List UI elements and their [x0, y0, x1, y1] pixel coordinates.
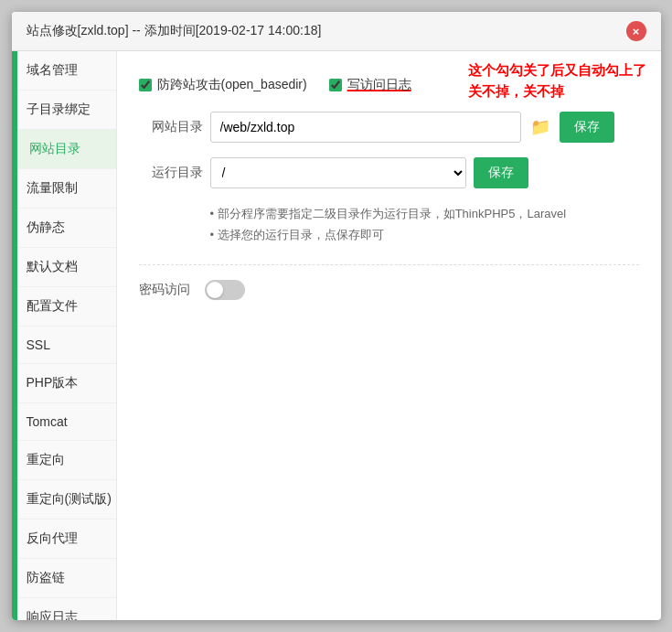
close-button[interactable]: × — [626, 21, 646, 41]
sidebar-item-5[interactable]: 默认文档 — [12, 248, 116, 287]
modal-body: 域名管理子目录绑定网站目录流量限制伪静态默认文档配置文件SSLPHP版本Tomc… — [12, 51, 661, 620]
main-content: 这个勾勾关了后又自动勾上了 关不掉，关不掉 防跨站攻击(open_basedir… — [117, 51, 661, 620]
sidebar-accent-bar — [12, 51, 17, 620]
sidebar-item-13[interactable]: 防盗链 — [12, 559, 116, 598]
sidebar-item-11[interactable]: 重定向(测试版) — [12, 480, 116, 520]
run-dir-row: 运行目录 / /web /public /app 保存 — [139, 157, 639, 188]
hints: 部分程序需要指定二级目录作为运行目录，如ThinkPHP5，Laravel 选择… — [210, 203, 639, 246]
password-access-label: 密码访问 — [139, 282, 190, 298]
annotation-line2: 关不掉，关不掉 — [468, 83, 564, 99]
sidebar: 域名管理子目录绑定网站目录流量限制伪静态默认文档配置文件SSLPHP版本Tomc… — [12, 51, 117, 620]
hint-2: 选择您的运行目录，点保存即可 — [210, 224, 639, 245]
run-dir-label: 运行目录 — [139, 165, 203, 181]
modal-title: 站点修改[zxld.top] -- 添加时间[2019-02-17 14:00:… — [27, 23, 322, 39]
sidebar-item-9[interactable]: Tomcat — [12, 403, 116, 441]
password-access-toggle[interactable] — [205, 280, 245, 300]
sidebar-item-0[interactable]: 域名管理 — [12, 51, 116, 91]
access-log-label: 写访问日志 — [347, 77, 411, 93]
website-dir-label: 网站目录 — [139, 119, 203, 135]
sidebar-item-1[interactable]: 子目录绑定 — [12, 91, 116, 130]
website-dir-save-button[interactable]: 保存 — [560, 112, 614, 143]
sidebar-item-7[interactable]: SSL — [12, 327, 116, 364]
annotation: 这个勾勾关了后又自动勾上了 关不掉，关不掉 — [468, 60, 646, 102]
sidebar-item-12[interactable]: 反向代理 — [12, 520, 116, 559]
sidebar-item-6[interactable]: 配置文件 — [12, 287, 116, 327]
sidebar-item-4[interactable]: 伪静态 — [12, 209, 116, 248]
folder-icon[interactable]: 📁 — [530, 117, 550, 137]
access-log-checkbox[interactable] — [329, 79, 342, 91]
run-dir-select[interactable]: / /web /public /app — [210, 157, 466, 188]
website-dir-input[interactable] — [210, 112, 521, 143]
sidebar-item-8[interactable]: PHP版本 — [12, 364, 116, 403]
sidebar-item-3[interactable]: 流量限制 — [12, 169, 116, 209]
modal-overlay: 站点修改[zxld.top] -- 添加时间[2019-02-17 14:00:… — [0, 0, 672, 632]
hint-1: 部分程序需要指定二级目录作为运行目录，如ThinkPHP5，Laravel — [210, 203, 639, 224]
divider — [139, 264, 639, 265]
modal-header: 站点修改[zxld.top] -- 添加时间[2019-02-17 14:00:… — [12, 12, 661, 51]
access-log-checkbox-label[interactable]: 写访问日志 — [329, 77, 411, 93]
anti-hotlink-label: 防跨站攻击(open_basedir) — [157, 77, 307, 93]
annotation-line1: 这个勾勾关了后又自动勾上了 — [468, 62, 646, 78]
anti-hotlink-checkbox[interactable] — [139, 79, 152, 91]
run-dir-save-button[interactable]: 保存 — [474, 157, 528, 188]
sidebar-item-2[interactable]: 网站目录 — [12, 130, 116, 169]
website-dir-row: 网站目录 📁 保存 — [139, 112, 639, 143]
password-access-row: 密码访问 — [139, 280, 639, 300]
sidebar-item-10[interactable]: 重定向 — [12, 441, 116, 480]
anti-hotlink-checkbox-label[interactable]: 防跨站攻击(open_basedir) — [139, 77, 307, 93]
sidebar-item-14[interactable]: 响应日志 — [12, 598, 116, 620]
modal: 站点修改[zxld.top] -- 添加时间[2019-02-17 14:00:… — [12, 12, 661, 620]
